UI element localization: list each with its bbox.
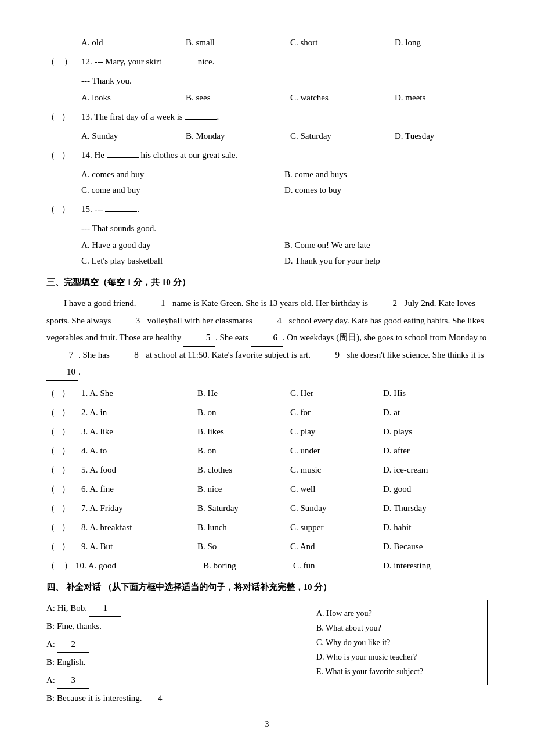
question-12: （ ） 12. --- Mary, your skirt nice.	[46, 54, 488, 70]
dialog-choice-d: D. Who is your music teacher?	[316, 650, 479, 664]
q15-options: A. Have a good day B. Come on! We are la…	[81, 237, 488, 269]
question-14: （ ） 14. He his clothes at our great sale…	[46, 147, 488, 163]
q12-b: B. sees	[186, 90, 290, 106]
q15-b: B. Come on! We are late	[284, 237, 488, 253]
q13-options: A. Sunday B. Monday C. Saturday D. Tuesd…	[81, 128, 488, 144]
cloze-9: （ ） 9. A. But B. So C. And D. Because	[46, 539, 488, 555]
section4-title: 四、 补全对话 （从下面方框中选择适当的句子，将对话补充完整，10 分）	[46, 579, 488, 595]
passage: I have a good friend. 1 name is Kate Gre…	[46, 295, 488, 381]
q12-c: C. watches	[290, 90, 395, 106]
dialog-choice-box: A. How are you? B. What about you? C. Wh…	[308, 600, 488, 686]
q14-options: A. comes and buy B. come and buys C. com…	[81, 167, 488, 198]
q13-b: B. Monday	[186, 128, 290, 144]
cloze-3: （ ） 3. A. like B. likes C. play D. plays	[46, 424, 488, 440]
dialog-choice-c: C. Why do you like it?	[316, 635, 479, 650]
q14-d: D. comes to buy	[284, 182, 488, 198]
cloze-7: （ ） 7. A. Friday B. Saturday C. Sunday D…	[46, 501, 488, 516]
cloze-8: （ ） 8. A. breakfast B. lunch C. supper D…	[46, 520, 488, 535]
question-15: （ ） 15. --- .	[46, 201, 488, 217]
q12-sub: --- Thank you.	[81, 73, 488, 89]
cloze-4: （ ） 4. A. to B. on C. under D. after	[46, 443, 488, 459]
dialog-line-3: A: 2	[46, 636, 296, 653]
q14-b: B. come and buys	[284, 167, 488, 182]
dialog-line-2: B: Fine, thanks.	[46, 618, 296, 635]
page-number: 3	[46, 720, 488, 729]
q12-d: D. meets	[395, 90, 499, 106]
dialog-left: A: Hi, Bob. 1 B: Fine, thanks. A: 2 B: E…	[46, 600, 308, 708]
q15-a: A. Have a good day	[81, 237, 284, 253]
cloze-5: （ ） 5. A. food B. clothes C. music D. ic…	[46, 462, 488, 478]
section3-title: 三、完型填空（每空 1 分，共 10 分）	[46, 275, 488, 290]
dialog-section: A: Hi, Bob. 1 B: Fine, thanks. A: 2 B: E…	[46, 600, 488, 708]
q13-c: C. Saturday	[290, 128, 395, 144]
q13-d: D. Tuesday	[395, 128, 499, 144]
q15-d: D. Thank you for your help	[284, 253, 488, 269]
q12-a: A. looks	[81, 90, 186, 106]
dialog-line-4: B: English.	[46, 654, 296, 671]
question-13: （ ） 13. The first day of a week is .	[46, 109, 488, 125]
dialog-line-1: A: Hi, Bob. 1	[46, 600, 296, 617]
option-c: C. short	[290, 35, 395, 51]
cloze-2: （ ） 2. A. in B. on C. for D. at	[46, 405, 488, 420]
dialog-line-6: B: Because it is interesting. 4	[46, 690, 296, 707]
options-row-11: A. old B. small C. short D. long	[81, 35, 488, 51]
cloze-1: （ ） 1. A. She B. He C. Her D. His	[46, 386, 488, 401]
option-a: A. old	[81, 35, 186, 51]
dialog-choice-e: E. What is your favorite subject?	[316, 664, 479, 679]
dialog-choice-a: A. How are you?	[316, 606, 479, 621]
q14-a: A. comes and buy	[81, 167, 284, 182]
q13-a: A. Sunday	[81, 128, 186, 144]
option-d: D. long	[395, 35, 499, 51]
dialog-line-5: A: 3	[46, 672, 296, 689]
q14-c: C. come and buy	[81, 182, 284, 198]
q15-sub: --- That sounds good.	[81, 221, 488, 236]
dialog-choice-b: B. What about you?	[316, 621, 479, 635]
cloze-10: （ ） 10. A. good B. boring C. fun D. inte…	[46, 558, 488, 574]
cloze-6: （ ） 6. A. fine B. nice C. well D. good	[46, 481, 488, 497]
q12-options: A. looks B. sees C. watches D. meets	[81, 90, 488, 106]
option-b: B. small	[186, 35, 290, 51]
q15-c: C. Let's play basketball	[81, 253, 284, 269]
